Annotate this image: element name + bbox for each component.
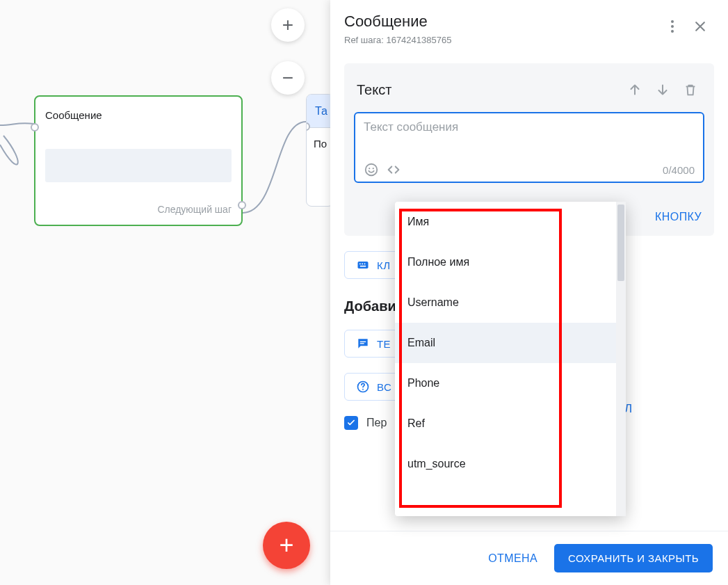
timer-node[interactable]: Та По bbox=[306, 94, 334, 207]
dropdown-item[interactable]: Полное имя bbox=[395, 242, 616, 282]
svg-rect-6 bbox=[364, 264, 366, 265]
delete-card-button[interactable] bbox=[677, 76, 704, 104]
minus-icon: − bbox=[282, 67, 293, 89]
dropdown-item[interactable]: Username bbox=[395, 282, 616, 323]
chip-label: ТЕ bbox=[377, 338, 391, 350]
checkbox-icon bbox=[344, 416, 358, 430]
svg-rect-4 bbox=[359, 264, 361, 265]
checkbox-label: Пер bbox=[366, 417, 387, 429]
question-icon bbox=[356, 380, 370, 394]
chip-label: ВС bbox=[377, 381, 391, 393]
svg-rect-8 bbox=[360, 342, 366, 342]
timer-head: Та bbox=[307, 95, 333, 128]
timer-body: По bbox=[307, 128, 333, 159]
keyboard-chip[interactable]: КЛ bbox=[344, 251, 402, 279]
svg-point-0 bbox=[366, 164, 378, 176]
more-menu-button[interactable] bbox=[658, 13, 686, 40]
dropdown-item[interactable]: Ref bbox=[395, 403, 616, 444]
panel-header: Сообщение Ref шага: 1674241385765 bbox=[330, 0, 728, 54]
zoom-in-button[interactable]: + bbox=[271, 8, 305, 42]
node-next-label: Следующий шаг bbox=[157, 204, 232, 215]
insert-variable-button[interactable] bbox=[386, 162, 401, 177]
keyboard-icon bbox=[356, 258, 370, 272]
cancel-button[interactable]: ОТМЕНА bbox=[488, 552, 537, 565]
plus-icon: + bbox=[282, 14, 293, 36]
scroll-thumb[interactable] bbox=[617, 205, 624, 281]
panel-footer: ОТМЕНА СОХРАНИТЬ И ЗАКРЫТЬ bbox=[330, 531, 728, 585]
chip-label: КЛ bbox=[377, 259, 390, 271]
kebab-icon bbox=[671, 20, 674, 33]
svg-rect-9 bbox=[360, 343, 364, 344]
node-title: Сообщение bbox=[45, 109, 232, 121]
panel-title: Сообщение bbox=[344, 13, 658, 31]
char-counter: 0/4000 bbox=[663, 164, 695, 176]
svg-point-1 bbox=[369, 168, 370, 169]
card-heading: Текст bbox=[354, 82, 621, 98]
dropdown-item[interactable]: Имя bbox=[395, 202, 616, 242]
move-up-button[interactable] bbox=[621, 76, 649, 104]
dropdown-list: Имя Полное имя Username Email Phone Ref … bbox=[395, 202, 616, 516]
trash-icon bbox=[683, 82, 698, 97]
message-icon bbox=[356, 337, 370, 351]
message-node[interactable]: Сообщение Следующий шаг bbox=[34, 95, 243, 226]
dropdown-item[interactable]: utm_source bbox=[395, 444, 616, 484]
svg-point-2 bbox=[373, 168, 374, 169]
svg-rect-5 bbox=[362, 264, 363, 265]
close-button[interactable] bbox=[686, 13, 714, 40]
arrow-down-icon bbox=[655, 82, 670, 97]
move-down-button[interactable] bbox=[649, 76, 677, 104]
dropdown-item[interactable]: Email bbox=[395, 323, 616, 363]
node-body-placeholder bbox=[45, 149, 232, 182]
close-icon bbox=[693, 19, 707, 33]
save-close-button[interactable]: СОХРАНИТЬ И ЗАКРЫТЬ bbox=[554, 544, 713, 572]
code-icon bbox=[386, 162, 401, 177]
dropdown-item[interactable]: Phone bbox=[395, 363, 616, 403]
dropdown-scrollbar[interactable] bbox=[616, 202, 626, 516]
svg-point-11 bbox=[362, 389, 364, 390]
message-text-box: Текст сообщения 0/4000 bbox=[354, 112, 704, 183]
smile-icon bbox=[364, 162, 379, 177]
arrow-up-icon bbox=[627, 82, 642, 97]
variable-dropdown: Имя Полное имя Username Email Phone Ref … bbox=[395, 202, 626, 516]
zoom-controls: + − bbox=[271, 8, 305, 95]
node-port-out[interactable] bbox=[238, 201, 246, 209]
message-input[interactable]: Текст сообщения bbox=[364, 120, 695, 148]
svg-rect-3 bbox=[358, 262, 369, 269]
zoom-out-button[interactable]: − bbox=[271, 61, 305, 95]
add-fab-button[interactable]: + bbox=[263, 522, 310, 569]
emoji-button[interactable] bbox=[364, 162, 379, 177]
panel-ref: Ref шага: 1674241385765 bbox=[344, 35, 658, 45]
node-port-in[interactable] bbox=[31, 123, 39, 131]
svg-rect-7 bbox=[360, 266, 366, 267]
plus-icon: + bbox=[279, 531, 293, 560]
add-text-chip[interactable]: ТЕ bbox=[344, 330, 403, 358]
